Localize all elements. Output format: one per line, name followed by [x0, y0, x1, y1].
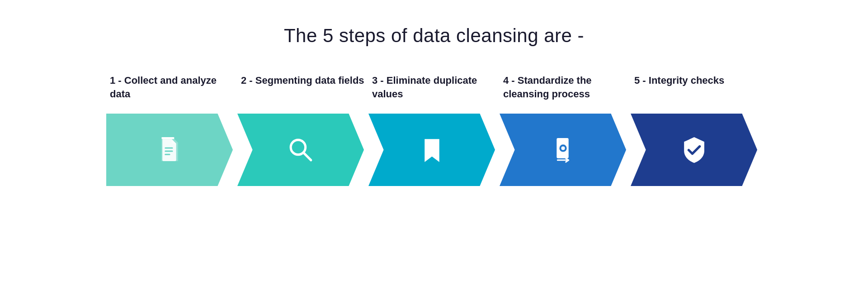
database-icon	[548, 135, 578, 165]
step-2: 2 - Segmenting data fields	[237, 74, 368, 186]
step-4-arrow	[500, 114, 626, 186]
search-icon	[286, 135, 316, 165]
step-3-label: 3 - Eliminate duplicate values	[368, 74, 500, 105]
step-1-label: 1 - Collect and analyze data	[106, 74, 237, 105]
step-3: 3 - Eliminate duplicate values	[368, 74, 500, 186]
step-5-arrow	[631, 114, 757, 186]
page-title: The 5 steps of data cleansing are -	[284, 25, 584, 47]
step-5: 5 - Integrity checks	[631, 74, 762, 186]
svg-line-6	[303, 153, 311, 160]
step-5-label: 5 - Integrity checks	[631, 74, 724, 105]
step-4-label: 4 - Standardize the cleansing process	[500, 74, 631, 105]
bookmark-icon	[417, 135, 447, 165]
svg-rect-3	[165, 150, 173, 152]
svg-point-9	[561, 146, 565, 150]
step-1-arrow	[106, 114, 233, 186]
document-icon	[155, 135, 184, 165]
step-4: 4 - Standardize the cleansing process	[500, 74, 631, 186]
step-2-label: 2 - Segmenting data fields	[237, 74, 364, 105]
step-1: 1 - Collect and analyze data	[106, 74, 237, 186]
steps-container: 1 - Collect and analyze data 2 - Segment…	[70, 74, 798, 186]
svg-rect-2	[165, 147, 173, 148]
shield-check-icon	[679, 135, 709, 165]
step-2-arrow	[237, 114, 364, 186]
step-3-arrow	[368, 114, 495, 186]
svg-rect-4	[165, 153, 170, 155]
